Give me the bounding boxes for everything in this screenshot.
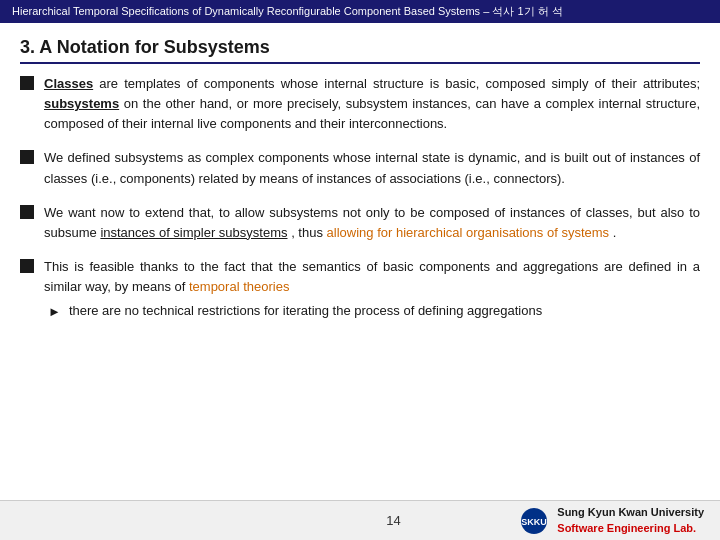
lab-name: Software Engineering Lab. xyxy=(557,521,704,536)
bullet-text: We want now to extend that, to allow sub… xyxy=(44,203,700,243)
list-item: We defined subsystems as complex compone… xyxy=(20,148,700,188)
slide-header: Hierarchical Temporal Specifications of … xyxy=(0,0,720,23)
page-number: 14 xyxy=(268,513,520,528)
sub-bullet-arrow: ► xyxy=(48,302,61,322)
subsystems-label: subsystems xyxy=(44,96,119,111)
sub-bullet-container: ► there are no technical restrictions fo… xyxy=(44,301,700,322)
bullet-icon xyxy=(20,205,34,219)
logo-text: Sung Kyun Kwan University Software Engin… xyxy=(557,505,704,536)
classes-label: Classes xyxy=(44,76,93,91)
bullet-icon xyxy=(20,76,34,90)
footer: 14 SKKU Sung Kyun Kwan University Softwa… xyxy=(0,500,720,540)
list-item: This is feasible thanks to the fact that… xyxy=(20,257,700,322)
bullet-text: Classes are templates of components whos… xyxy=(44,74,700,134)
slide-content: 3. A Notation for Subsystems Classes are… xyxy=(0,23,720,499)
header-title: Hierarchical Temporal Specifications of … xyxy=(12,5,563,17)
bullet-text: This is feasible thanks to the fact that… xyxy=(44,257,700,322)
footer-logo: SKKU Sung Kyun Kwan University Software … xyxy=(519,505,704,536)
svg-text:SKKU: SKKU xyxy=(522,517,548,527)
bullet-icon xyxy=(20,150,34,164)
sub-bullet-item: ► there are no technical restrictions fo… xyxy=(48,301,700,322)
bullet-list: Classes are templates of components whos… xyxy=(20,74,700,322)
section-title: 3. A Notation for Subsystems xyxy=(20,37,700,64)
list-item: We want now to extend that, to allow sub… xyxy=(20,203,700,243)
list-item: Classes are templates of components whos… xyxy=(20,74,700,134)
bullet-icon xyxy=(20,259,34,273)
sub-bullet-text: there are no technical restrictions for … xyxy=(69,301,542,321)
bullet-text: We defined subsystems as complex compone… xyxy=(44,148,700,188)
university-name: Sung Kyun Kwan University xyxy=(557,505,704,520)
university-logo-icon: SKKU xyxy=(519,506,549,536)
